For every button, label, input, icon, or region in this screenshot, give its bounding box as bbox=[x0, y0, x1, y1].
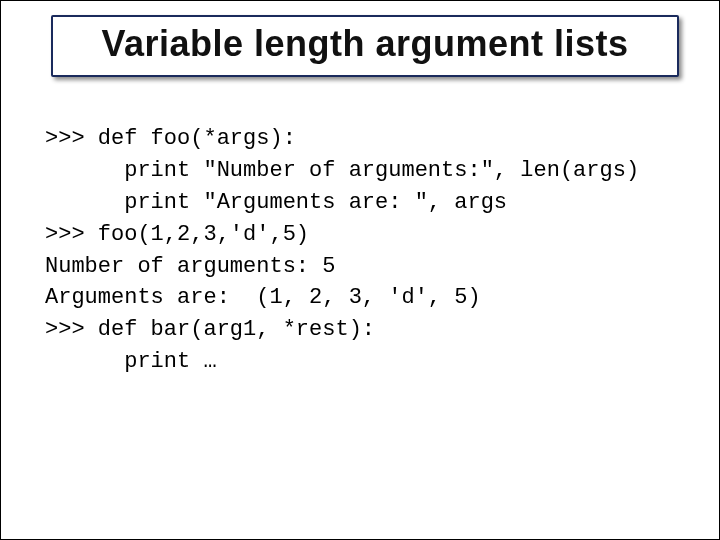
code-line: Number of arguments: 5 bbox=[45, 254, 335, 279]
slide-title: Variable length argument lists bbox=[61, 23, 669, 65]
code-line: >>> def foo(*args): bbox=[45, 126, 296, 151]
slide: Variable length argument lists >>> def f… bbox=[0, 0, 720, 540]
code-line: >>> def bar(arg1, *rest): bbox=[45, 317, 375, 342]
code-line: >>> foo(1,2,3,'d',5) bbox=[45, 222, 309, 247]
code-block: >>> def foo(*args): print "Number of arg… bbox=[45, 123, 679, 378]
code-line: print … bbox=[45, 349, 217, 374]
code-line: Arguments are: (1, 2, 3, 'd', 5) bbox=[45, 285, 481, 310]
code-line: print "Number of arguments:", len(args) bbox=[45, 158, 639, 183]
title-frame: Variable length argument lists bbox=[51, 15, 679, 77]
code-line: print "Arguments are: ", args bbox=[45, 190, 507, 215]
